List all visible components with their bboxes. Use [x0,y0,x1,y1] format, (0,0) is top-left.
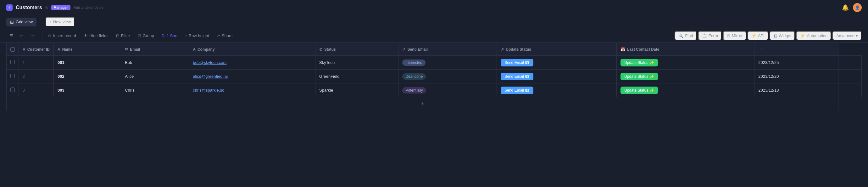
col-header-update-status[interactable]: ↗ Update Status [497,43,617,56]
tab-more-options[interactable]: ⋯ [38,20,44,24]
col-label-company: Company [197,47,215,52]
advanced-button[interactable]: Advanced ▾ [833,31,862,40]
search-icon: 🔍 [678,33,683,38]
row-2-last-contact-date: 2023/12/20 [754,70,838,83]
row-1-num: 1 [19,56,54,70]
tab-grid-view[interactable]: ⊞ Grid view [6,18,36,26]
col-label-update-status: Update Status [506,47,531,52]
page-title: Customers [16,5,42,10]
api-label: API [758,33,765,38]
view-tabs-bar: ⊞ Grid view ⋯ + New view [0,15,868,29]
manager-badge: Manager [51,5,70,10]
row-2-update-status[interactable]: Update Status ✨ [617,70,754,83]
col-header-send-email[interactable]: ↗ Send Email [399,43,497,56]
col-header-status[interactable]: ⊙ Status [315,43,399,56]
row-1-email-link[interactable]: bob@skytech.com [193,60,226,65]
row-3-update-status-button[interactable]: Update Status ✨ [620,86,658,94]
row-1-status: Interested [399,56,497,70]
row-height-button[interactable]: ↕ Row height [182,32,212,40]
api-button[interactable]: ⚡ API [748,31,768,40]
sidebar-toggle-button[interactable]: ☰ [6,32,17,40]
text-icon-name: A [58,47,60,52]
row-3-status-badge: Potentially [402,87,426,94]
row-1-send-email-button[interactable]: Send Email 📧 [501,59,533,66]
add-column-header[interactable]: + [754,43,838,56]
row-2-send-email-button[interactable]: Send Email 📧 [501,73,533,80]
row-3-company: Sparkle [315,83,399,97]
row-2-update-status-button[interactable]: Update Status ✨ [620,73,658,80]
row-2-checkbox[interactable] [10,74,15,78]
hide-fields-button[interactable]: 👁 Hide fields [81,32,112,40]
new-view-button[interactable]: + New view [45,17,75,27]
update-status-col-icon: ↗ [501,47,504,52]
row-3-send-email-button[interactable]: Send Email 📧 [501,86,533,94]
row-1-last-contact-date: 2023/12/25 [754,56,838,70]
col-header-company[interactable]: A Company [189,43,315,56]
form-button[interactable]: 📋 Form [698,31,722,40]
select-all-checkbox[interactable] [10,47,15,52]
email-col-icon: ✉ [125,47,128,52]
table-row: 2 002 Alice alice@greenfiedl.ai GreenFie… [7,70,862,83]
find-button[interactable]: 🔍 Find [675,31,696,40]
form-label: Form [709,33,718,38]
row-3-update-status[interactable]: Update Status ✨ [617,83,754,97]
plus-icon: ⊕ [48,33,52,38]
group-icon: ⊡ [138,33,141,38]
row-2-send-email[interactable]: Send Email 📧 [497,70,617,83]
widget-label: Widget [779,33,791,38]
group-button[interactable]: ⊡ Group [134,32,157,40]
row-3-checkbox-cell [7,83,19,97]
col-header-customer-id[interactable]: A Customer ID [19,43,54,56]
row-1-email[interactable]: bob@skytech.com [189,56,315,70]
row-1-update-status-button[interactable]: Update Status ✨ [620,59,658,66]
row-height-icon: ↕ [185,33,187,38]
add-column-button[interactable]: + [758,46,766,53]
row-2-email-link[interactable]: alice@greenfiedl.ai [193,74,228,79]
api-icon: ⚡ [751,33,756,38]
row-3-checkbox[interactable] [10,87,15,92]
col-header-email[interactable]: ✉ Email [121,43,189,56]
grid-icon: ⊞ [10,20,14,25]
share-button[interactable]: ↗ Share [214,32,236,40]
row-1-update-status[interactable]: Update Status ✨ [617,56,754,70]
star-icon[interactable]: ☆ [45,5,49,10]
advanced-label: Advanced [836,33,855,38]
sort-button[interactable]: ⇅ 1 Sort [158,32,181,40]
row-2-status: Deal done [399,70,497,83]
add-row-button[interactable]: + [7,97,838,111]
row-2-checkbox-cell [7,70,19,83]
widget-icon: ◧ [773,33,777,38]
row-2-status-badge: Deal done [402,73,426,80]
widget-button[interactable]: ◧ Widget [770,31,795,40]
row-3-email[interactable]: chris@sparkle.so [189,83,315,97]
redo-button[interactable]: ↪ [27,32,37,40]
description-text[interactable]: Add a description [73,5,103,10]
user-avatar[interactable]: 👤 [853,3,862,12]
row-1-company: SkyTech [315,56,399,70]
sort-icon: ⇅ [162,33,165,38]
row-1-checkbox[interactable] [10,60,15,64]
automation-button[interactable]: ⚡ Automation [796,31,831,40]
insert-record-button[interactable]: ⊕ Insert record [45,32,79,40]
col-header-name[interactable]: A Name [54,43,121,56]
automation-icon: ⚡ [800,33,805,38]
tab-grid-label: Grid view [16,20,33,24]
row-1-send-email[interactable]: Send Email 📧 [497,56,617,70]
row-3-email-link[interactable]: chris@sparkle.so [193,88,224,92]
filter-button[interactable]: ⊟ Filter [113,32,133,40]
row-2-extra [838,70,861,83]
title-section: Customers ☆ Manager [16,5,70,10]
checkbox-header[interactable] [7,43,19,56]
col-header-last-contact-date[interactable]: 📅 Last Contact Date [617,43,754,56]
row-3-customer-id: 003 [54,83,121,97]
mirror-button[interactable]: ⊠ Mirror [723,31,746,40]
notification-icon[interactable]: 🔔 [841,3,850,12]
row-2-email[interactable]: alice@greenfiedl.ai [189,70,315,83]
top-bar: # Customers ☆ Manager Add a description … [0,0,868,15]
row-3-send-email[interactable]: Send Email 📧 [497,83,617,97]
table-header-row: A Customer ID A Name ✉ Email [7,43,862,56]
row-2-num: 2 [19,70,54,83]
undo-button[interactable]: ↩ [17,32,27,40]
filter-icon: ⊟ [116,33,120,38]
table-row: 3 003 Chris chris@sparkle.so Sparkle Pot… [7,83,862,97]
